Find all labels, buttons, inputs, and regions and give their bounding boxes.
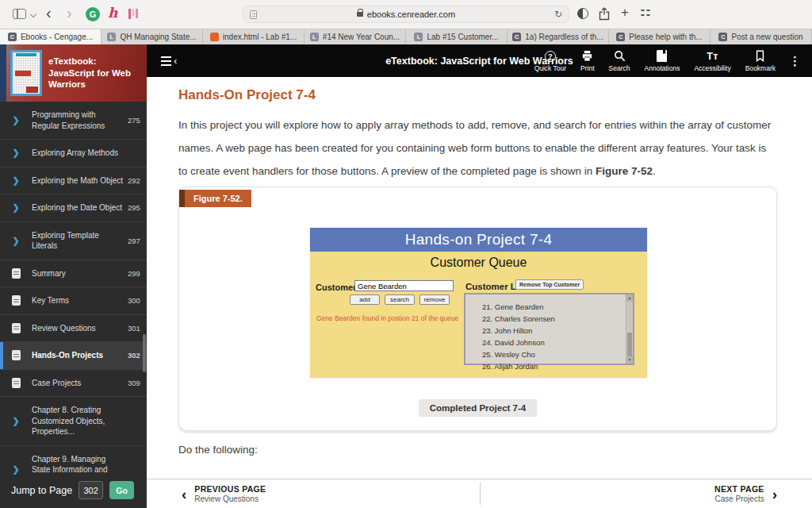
scrollbar-thumb	[627, 333, 632, 356]
chevron-right-icon: ❯	[12, 236, 19, 246]
app-title-bar: Hands-on Project 7-4	[310, 228, 647, 252]
accessibility-button[interactable]: Tт Accessibility	[687, 50, 737, 72]
list-scrollbar: ▲ ▼	[626, 294, 633, 364]
sidebar-item-chapter-9[interactable]: ❯ Chapter 9. Managing State Information …	[0, 446, 147, 475]
new-tab-button[interactable]: +	[621, 5, 629, 21]
customer-listbox: 21. Gene Bearden 22. Charles Sorensen 23…	[464, 293, 634, 365]
sidebar-item-template-literals[interactable]: ❯ Exploring Template Literals 297	[0, 222, 147, 260]
browser-tab-regardless[interactable]: C 1a) Regardless of th...	[508, 29, 609, 44]
page-number: 292	[128, 176, 147, 185]
printer-icon	[581, 50, 593, 63]
browser-tab-post-question[interactable]: C Post a new question	[710, 29, 812, 44]
sidebar-item-label: Programming with Regular Expressions	[32, 102, 128, 139]
sidebar-item-chapter-8[interactable]: ❯ Chapter 8. Creating Customized Objects…	[0, 397, 147, 446]
tab-favicon: C	[718, 33, 727, 41]
chevron-down-icon[interactable]	[30, 11, 36, 17]
tab-label: Ebooks - Cengage...	[21, 33, 93, 41]
extension-icon[interactable]	[128, 9, 138, 19]
sidebar-item-label: Summary	[32, 260, 128, 287]
sidebar-toggle-button[interactable]	[13, 9, 26, 19]
paragraph-text: In this project you will explore how to …	[178, 119, 771, 177]
overflow-menu-button[interactable]: ⋮	[783, 54, 804, 68]
document-icon	[12, 295, 21, 306]
previous-page-target: Review Questions	[194, 495, 266, 503]
sidebar-item-label: Exploring Array Methods	[32, 140, 128, 167]
list-item: 21. Gene Bearden	[482, 301, 633, 313]
list-item: 23. John Hilton	[482, 325, 633, 337]
page-number: 301	[128, 324, 147, 333]
browser-tab-new-year-countdown[interactable]: L #14 New Year Coun...	[304, 29, 406, 44]
figure-caption: Completed Project 7-4	[419, 399, 537, 417]
honey-extension-icon[interactable]: h	[108, 5, 117, 21]
tab-label: Post a new question	[731, 33, 802, 41]
sidebar-item-programming-regex[interactable]: ❯ Programming with Regular Expressions 2…	[0, 102, 147, 140]
action-label: Accessibility	[694, 64, 730, 72]
sidebar-item-hands-on-projects[interactable]: Hands-On Projects 302	[0, 342, 147, 370]
annotations-button[interactable]: Annotations	[638, 50, 688, 72]
sidebar-item-label: Exploring the Date Object	[32, 194, 128, 221]
sidebar-item-label: Exploring Template Literals	[32, 222, 128, 260]
sidebar-item-array-methods[interactable]: ❯ Exploring Array Methods	[0, 140, 147, 167]
figure-card: Figure 7-52. Hands-on Project 7-4 Custom…	[178, 187, 777, 431]
address-bar[interactable]: ebooks.cenreader.com ↻	[243, 6, 569, 23]
action-label: Print	[580, 64, 594, 72]
browser-tab-index-html[interactable]: index.html - Lab #1...	[203, 29, 304, 44]
sidebar-item-math-object[interactable]: ❯ Exploring the Math Object 292	[0, 167, 147, 195]
sidebar-item-key-terms[interactable]: Key Terms 300	[0, 287, 147, 315]
browser-tab-lab-15[interactable]: L Lab #15 Customer...	[406, 29, 508, 44]
print-button[interactable]: Print	[573, 50, 601, 72]
go-button[interactable]: Go	[109, 481, 134, 499]
sidebar-item-summary[interactable]: Summary 299	[0, 260, 147, 288]
list-item: 24. David Johnson	[482, 337, 633, 348]
back-button[interactable]: ‹	[46, 4, 52, 22]
search-button[interactable]: Search	[602, 50, 638, 72]
forward-button[interactable]: ›	[67, 4, 72, 22]
tab-overview-button[interactable]	[641, 8, 650, 17]
quick-tour-button[interactable]: ? Quick Tour	[527, 50, 573, 72]
sidebar-item-label: Chapter 8. Creating Customized Objects, …	[32, 397, 128, 445]
reader-icon[interactable]	[250, 10, 257, 19]
action-label: Quick Tour	[534, 64, 566, 72]
remove-button: remove	[419, 294, 450, 305]
bookmark-icon	[755, 50, 765, 63]
sidebar-item-date-object[interactable]: ❯ Exploring the Date Object 295	[0, 194, 147, 222]
app-subtitle: Customer Queue	[310, 252, 647, 270]
tab-favicon: L	[414, 33, 423, 41]
chevron-right-icon: ❯	[12, 416, 19, 426]
jump-to-page-label: Jump to Page	[11, 485, 72, 496]
browser-tab-qh-managing-state[interactable]: L QH Managing State...	[102, 29, 203, 44]
chevron-right-icon: ❯	[12, 148, 19, 158]
page-title: Hands-On Project 7-4	[178, 87, 316, 103]
previous-page-label: PREVIOUS PAGE	[194, 484, 266, 494]
document-icon	[12, 378, 21, 388]
figure-image: Hands-on Project 7-4 Customer Queue Cust…	[310, 228, 647, 378]
tab-bar: C Ebooks - Cengage... L QH Managing Stat…	[0, 29, 812, 44]
browser-tab-please-help[interactable]: C Please help with th...	[609, 29, 710, 44]
pagination-bar: ‹ PREVIOUS PAGE Review Questions NEXT PA…	[147, 479, 812, 508]
book-cover	[10, 50, 42, 96]
previous-page-button[interactable]: ‹ PREVIOUS PAGE Review Questions	[182, 484, 266, 503]
sidebar-item-case-projects[interactable]: Case Projects 309	[0, 370, 147, 398]
scroll-down-icon: ▼	[626, 356, 633, 364]
jump-page-input[interactable]	[79, 481, 103, 499]
bookmark-button[interactable]: Bookmark	[738, 50, 783, 72]
status-message: Gene Bearden found in postion 21 of the …	[316, 314, 458, 322]
instructions-lead: Do the following:	[178, 444, 258, 456]
chevron-right-icon: ❯	[12, 115, 19, 125]
customer-input	[354, 280, 454, 291]
remove-top-customer-button: Remove Top Customer	[515, 279, 584, 290]
intro-paragraph: In this project you will explore how to …	[178, 114, 777, 183]
paragraph-text: .	[653, 165, 656, 177]
privacy-shield-icon[interactable]	[577, 8, 588, 19]
tab-label: index.html - Lab #1...	[223, 33, 297, 41]
collapse-sidebar-button[interactable]: ‹	[161, 55, 177, 66]
browser-tab-ebooks[interactable]: C Ebooks - Cengage...	[0, 29, 102, 44]
share-button[interactable]	[599, 7, 610, 21]
next-page-button[interactable]: NEXT PAGE Case Projects ›	[714, 484, 777, 503]
sidebar-item-review-questions[interactable]: Review Questions 301	[0, 315, 147, 343]
next-page-label: NEXT PAGE	[714, 484, 764, 494]
reload-button[interactable]: ↻	[554, 9, 562, 20]
sidebar-item-label: Review Questions	[32, 315, 128, 342]
grammarly-extension-icon[interactable]: G	[86, 7, 100, 21]
sidebar-scrollbar[interactable]	[143, 334, 146, 372]
